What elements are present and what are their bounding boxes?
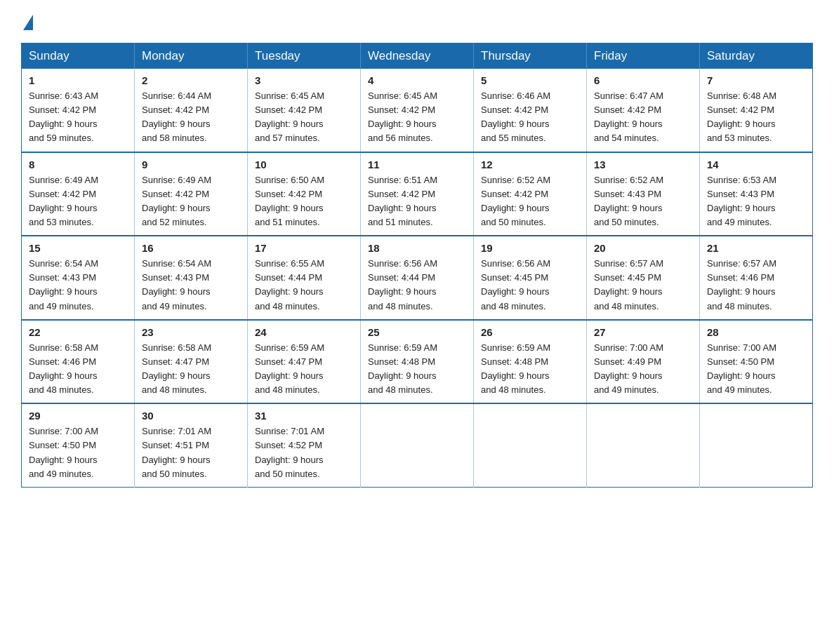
calendar-header-row: SundayMondayTuesdayWednesdayThursdayFrid… — [22, 43, 813, 69]
day-info: Sunrise: 7:00 AM Sunset: 4:50 PM Dayligh… — [29, 424, 127, 481]
day-info: Sunrise: 7:01 AM Sunset: 4:52 PM Dayligh… — [255, 424, 353, 481]
day-info: Sunrise: 6:50 AM Sunset: 4:42 PM Dayligh… — [255, 173, 353, 230]
day-number: 16 — [142, 242, 240, 254]
day-info: Sunrise: 6:56 AM Sunset: 4:44 PM Dayligh… — [368, 257, 466, 314]
calendar-day-cell: 20Sunrise: 6:57 AM Sunset: 4:45 PM Dayli… — [587, 236, 700, 320]
day-number: 25 — [368, 326, 466, 338]
day-number: 30 — [142, 410, 240, 422]
calendar-day-cell: 31Sunrise: 7:01 AM Sunset: 4:52 PM Dayli… — [248, 403, 361, 487]
weekday-header: Thursday — [474, 43, 587, 69]
calendar-week-row: 1Sunrise: 6:43 AM Sunset: 4:42 PM Daylig… — [22, 69, 813, 152]
day-info: Sunrise: 6:49 AM Sunset: 4:42 PM Dayligh… — [29, 173, 127, 230]
day-info: Sunrise: 6:51 AM Sunset: 4:42 PM Dayligh… — [368, 173, 466, 230]
day-number: 3 — [255, 74, 353, 86]
day-number: 15 — [29, 242, 127, 254]
calendar-day-cell: 12Sunrise: 6:52 AM Sunset: 4:42 PM Dayli… — [474, 152, 587, 236]
calendar-day-cell: 10Sunrise: 6:50 AM Sunset: 4:42 PM Dayli… — [248, 152, 361, 236]
day-info: Sunrise: 6:59 AM Sunset: 4:48 PM Dayligh… — [481, 341, 579, 398]
calendar-day-cell: 29Sunrise: 7:00 AM Sunset: 4:50 PM Dayli… — [22, 403, 135, 487]
weekday-header: Saturday — [700, 43, 813, 69]
calendar-day-cell: 28Sunrise: 7:00 AM Sunset: 4:50 PM Dayli… — [700, 320, 813, 404]
day-info: Sunrise: 7:00 AM Sunset: 4:49 PM Dayligh… — [594, 341, 692, 398]
day-info: Sunrise: 6:59 AM Sunset: 4:48 PM Dayligh… — [368, 341, 466, 398]
calendar-day-cell: 8Sunrise: 6:49 AM Sunset: 4:42 PM Daylig… — [22, 152, 135, 236]
day-number: 22 — [29, 326, 127, 338]
day-number: 7 — [707, 74, 805, 86]
day-info: Sunrise: 6:45 AM Sunset: 4:42 PM Dayligh… — [368, 89, 466, 146]
day-info: Sunrise: 6:45 AM Sunset: 4:42 PM Dayligh… — [255, 89, 353, 146]
calendar-day-cell: 19Sunrise: 6:56 AM Sunset: 4:45 PM Dayli… — [474, 236, 587, 320]
day-info: Sunrise: 6:46 AM Sunset: 4:42 PM Dayligh… — [481, 89, 579, 146]
calendar-day-cell: 16Sunrise: 6:54 AM Sunset: 4:43 PM Dayli… — [135, 236, 248, 320]
day-number: 28 — [707, 326, 805, 338]
calendar-day-cell: 25Sunrise: 6:59 AM Sunset: 4:48 PM Dayli… — [361, 320, 474, 404]
calendar-day-cell: 15Sunrise: 6:54 AM Sunset: 4:43 PM Dayli… — [22, 236, 135, 320]
calendar-empty-cell — [474, 403, 587, 487]
day-number: 19 — [481, 242, 579, 254]
calendar-day-cell: 18Sunrise: 6:56 AM Sunset: 4:44 PM Dayli… — [361, 236, 474, 320]
logo — [21, 14, 33, 29]
calendar-week-row: 29Sunrise: 7:00 AM Sunset: 4:50 PM Dayli… — [22, 403, 813, 487]
calendar-day-cell: 5Sunrise: 6:46 AM Sunset: 4:42 PM Daylig… — [474, 69, 587, 152]
calendar-day-cell: 22Sunrise: 6:58 AM Sunset: 4:46 PM Dayli… — [22, 320, 135, 404]
day-number: 13 — [594, 159, 692, 170]
day-info: Sunrise: 6:57 AM Sunset: 4:45 PM Dayligh… — [594, 257, 692, 314]
day-number: 21 — [707, 242, 805, 254]
day-info: Sunrise: 6:44 AM Sunset: 4:42 PM Dayligh… — [142, 89, 240, 146]
calendar-week-row: 8Sunrise: 6:49 AM Sunset: 4:42 PM Daylig… — [22, 152, 813, 236]
day-number: 11 — [368, 159, 466, 170]
day-number: 1 — [29, 74, 127, 86]
weekday-header: Monday — [135, 43, 248, 69]
day-number: 14 — [707, 159, 805, 170]
day-number: 9 — [142, 159, 240, 170]
calendar-day-cell: 14Sunrise: 6:53 AM Sunset: 4:43 PM Dayli… — [700, 152, 813, 236]
weekday-header: Tuesday — [248, 43, 361, 69]
calendar-day-cell: 3Sunrise: 6:45 AM Sunset: 4:42 PM Daylig… — [248, 69, 361, 152]
calendar-empty-cell — [361, 403, 474, 487]
day-info: Sunrise: 7:00 AM Sunset: 4:50 PM Dayligh… — [707, 341, 805, 398]
calendar-day-cell: 7Sunrise: 6:48 AM Sunset: 4:42 PM Daylig… — [700, 69, 813, 152]
calendar-day-cell: 21Sunrise: 6:57 AM Sunset: 4:46 PM Dayli… — [700, 236, 813, 320]
day-number: 12 — [481, 159, 579, 170]
calendar-day-cell: 27Sunrise: 7:00 AM Sunset: 4:49 PM Dayli… — [587, 320, 700, 404]
day-number: 20 — [594, 242, 692, 254]
calendar-week-row: 22Sunrise: 6:58 AM Sunset: 4:46 PM Dayli… — [22, 320, 813, 404]
day-number: 23 — [142, 326, 240, 338]
day-number: 5 — [481, 74, 579, 86]
day-info: Sunrise: 6:54 AM Sunset: 4:43 PM Dayligh… — [142, 257, 240, 314]
day-info: Sunrise: 6:59 AM Sunset: 4:47 PM Dayligh… — [255, 341, 353, 398]
day-number: 18 — [368, 242, 466, 254]
calendar-empty-cell — [700, 403, 813, 487]
calendar-day-cell: 24Sunrise: 6:59 AM Sunset: 4:47 PM Dayli… — [248, 320, 361, 404]
day-number: 4 — [368, 74, 466, 86]
calendar-day-cell: 23Sunrise: 6:58 AM Sunset: 4:47 PM Dayli… — [135, 320, 248, 404]
logo-triangle-icon — [23, 15, 33, 30]
day-info: Sunrise: 6:43 AM Sunset: 4:42 PM Dayligh… — [29, 89, 127, 146]
day-number: 6 — [594, 74, 692, 86]
day-info: Sunrise: 6:47 AM Sunset: 4:42 PM Dayligh… — [594, 89, 692, 146]
calendar-day-cell: 30Sunrise: 7:01 AM Sunset: 4:51 PM Dayli… — [135, 403, 248, 487]
day-info: Sunrise: 6:52 AM Sunset: 4:42 PM Dayligh… — [481, 173, 579, 230]
calendar-empty-cell — [587, 403, 700, 487]
calendar-day-cell: 11Sunrise: 6:51 AM Sunset: 4:42 PM Dayli… — [361, 152, 474, 236]
calendar-day-cell: 9Sunrise: 6:49 AM Sunset: 4:42 PM Daylig… — [135, 152, 248, 236]
day-info: Sunrise: 6:58 AM Sunset: 4:47 PM Dayligh… — [142, 341, 240, 398]
day-number: 29 — [29, 410, 127, 422]
day-number: 8 — [29, 159, 127, 170]
calendar-day-cell: 6Sunrise: 6:47 AM Sunset: 4:42 PM Daylig… — [587, 69, 700, 152]
calendar-day-cell: 13Sunrise: 6:52 AM Sunset: 4:43 PM Dayli… — [587, 152, 700, 236]
day-number: 17 — [255, 242, 353, 254]
day-number: 26 — [481, 326, 579, 338]
calendar-day-cell: 2Sunrise: 6:44 AM Sunset: 4:42 PM Daylig… — [135, 69, 248, 152]
calendar-week-row: 15Sunrise: 6:54 AM Sunset: 4:43 PM Dayli… — [22, 236, 813, 320]
page-header — [21, 14, 813, 29]
calendar-day-cell: 4Sunrise: 6:45 AM Sunset: 4:42 PM Daylig… — [361, 69, 474, 152]
day-info: Sunrise: 6:49 AM Sunset: 4:42 PM Dayligh… — [142, 173, 240, 230]
day-number: 27 — [594, 326, 692, 338]
day-number: 2 — [142, 74, 240, 86]
weekday-header: Friday — [587, 43, 700, 69]
day-number: 10 — [255, 159, 353, 170]
weekday-header: Sunday — [22, 43, 135, 69]
day-info: Sunrise: 6:57 AM Sunset: 4:46 PM Dayligh… — [707, 257, 805, 314]
day-info: Sunrise: 7:01 AM Sunset: 4:51 PM Dayligh… — [142, 424, 240, 481]
